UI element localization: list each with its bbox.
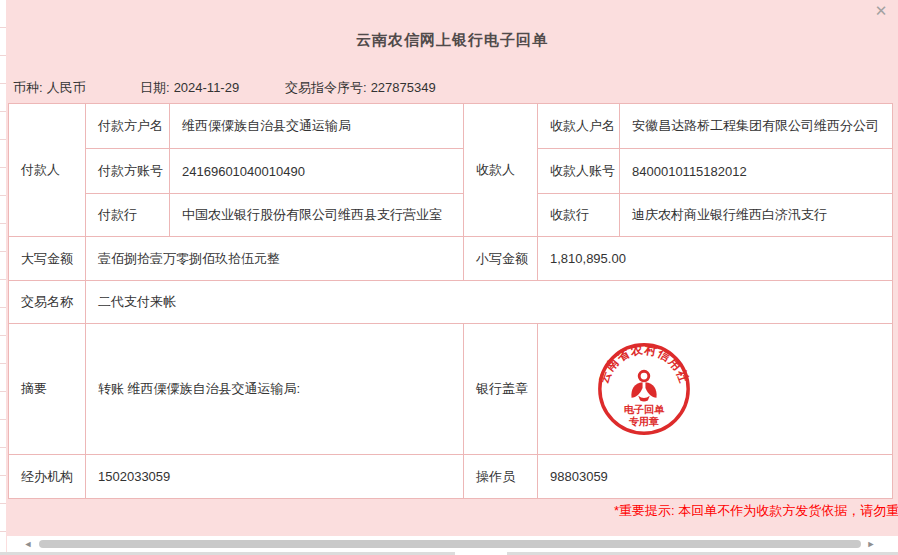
payee-name-label: 收款人户名 xyxy=(538,104,620,149)
payer-section-label: 付款人 xyxy=(9,104,86,237)
currency-value: 人民币 xyxy=(47,80,86,95)
close-icon[interactable]: ✕ xyxy=(873,3,889,19)
amount-words-value: 壹佰捌拾壹万零捌佰玖拾伍元整 xyxy=(86,237,464,281)
bank-seal-stamp-icon: 云南省农村信用社 电子回单 专用章 xyxy=(596,341,692,437)
serial-field: 交易指令序号:227875349 xyxy=(285,79,436,97)
currency-field: 币种:人民币 xyxy=(13,79,86,97)
receipt-table: 付款人 付款方户名 维西傈僳族自治县交通运输局 收款人 收款人户名 安徽昌达路桥… xyxy=(8,103,893,499)
payer-name-label: 付款方户名 xyxy=(86,104,170,149)
stamp-line1: 电子回单 xyxy=(624,404,665,415)
rural-credit-logo-icon xyxy=(631,371,656,401)
table-row: 经办机构 1502033059 操作员 98803059 xyxy=(9,455,893,499)
page: ✕ 云南农信网上银行电子回单 币种:人民币 日期:2024-11-29 交易指令… xyxy=(0,0,898,555)
agency-label: 经办机构 xyxy=(9,455,86,499)
amount-figures-label: 小写金额 xyxy=(464,237,538,281)
scroll-left-icon[interactable]: ◄ xyxy=(23,538,33,550)
scrollbar-thumb[interactable] xyxy=(39,540,861,548)
payer-account-value: 24169601040010490 xyxy=(170,149,464,194)
agency-value: 1502033059 xyxy=(86,455,464,499)
operator-value: 98803059 xyxy=(538,455,893,499)
table-row: 大写金额 壹佰捌拾壹万零捌佰玖拾伍元整 小写金额 1,810,895.00 xyxy=(9,237,893,281)
payer-account-label: 付款方账号 xyxy=(86,149,170,194)
transaction-name-value: 二代支付来帐 xyxy=(86,281,893,324)
payer-name-value: 维西傈僳族自治县交通运输局 xyxy=(170,104,464,149)
payer-bank-label: 付款行 xyxy=(86,194,170,237)
payee-bank-label: 收款行 xyxy=(538,194,620,237)
table-row: 摘要 转账 维西傈僳族自治县交通运输局: 银行盖章 云南省农村信用社 xyxy=(9,324,893,455)
stamp-arc-text: 云南省农村信用社 xyxy=(596,342,691,385)
payee-account-label: 收款人账号 xyxy=(538,149,620,194)
amount-words-label: 大写金额 xyxy=(9,237,86,281)
svg-text:云南省农村信用社: 云南省农村信用社 xyxy=(596,342,691,385)
scroll-right-icon[interactable]: ► xyxy=(866,538,876,550)
date-field: 日期:2024-11-29 xyxy=(140,79,239,97)
summary-value: 转账 维西傈僳族自治县交通运输局: xyxy=(86,324,464,455)
important-notice: *重要提示: 本回单不作为收款方发货依据，请勿重复记 xyxy=(614,502,898,520)
payee-account-value: 8400010115182012 xyxy=(620,149,893,194)
horizontal-scrollbar[interactable]: ◄ ► xyxy=(7,536,898,552)
table-row: 付款人 付款方户名 维西傈僳族自治县交通运输局 收款人 收款人户名 安徽昌达路桥… xyxy=(9,104,893,149)
table-row: 交易名称 二代支付来帐 xyxy=(9,281,893,324)
serial-label: 交易指令序号: xyxy=(285,80,367,95)
table-row: 付款行 中国农业银行股份有限公司维西县支行营业室 收款行 迪庆农村商业银行维西白… xyxy=(9,194,893,237)
stamp-line2: 专用章 xyxy=(628,416,659,427)
bank-seal-label: 银行盖章 xyxy=(464,324,538,455)
currency-label: 币种: xyxy=(13,80,43,95)
operator-label: 操作员 xyxy=(464,455,538,499)
payee-bank-value: 迪庆农村商业银行维西白济汛支行 xyxy=(620,194,893,237)
bank-seal-cell: 云南省农村信用社 电子回单 专用章 xyxy=(538,324,893,455)
payee-section-label: 收款人 xyxy=(464,104,538,237)
payer-bank-value: 中国农业银行股份有限公司维西县支行营业室 xyxy=(170,194,464,237)
transaction-name-label: 交易名称 xyxy=(9,281,86,324)
receipt-dialog: ✕ 云南农信网上银行电子回单 币种:人民币 日期:2024-11-29 交易指令… xyxy=(6,0,898,552)
date-label: 日期: xyxy=(140,80,170,95)
summary-label: 摘要 xyxy=(9,324,86,455)
table-row: 付款方账号 24169601040010490 收款人账号 8400010115… xyxy=(9,149,893,194)
dialog-title: 云南农信网上银行电子回单 xyxy=(6,31,898,50)
payee-name-value: 安徽昌达路桥工程集团有限公司维西分公司 xyxy=(620,104,893,149)
amount-figures-value: 1,810,895.00 xyxy=(538,237,893,281)
serial-value: 227875349 xyxy=(371,80,436,95)
date-value: 2024-11-29 xyxy=(174,80,240,95)
